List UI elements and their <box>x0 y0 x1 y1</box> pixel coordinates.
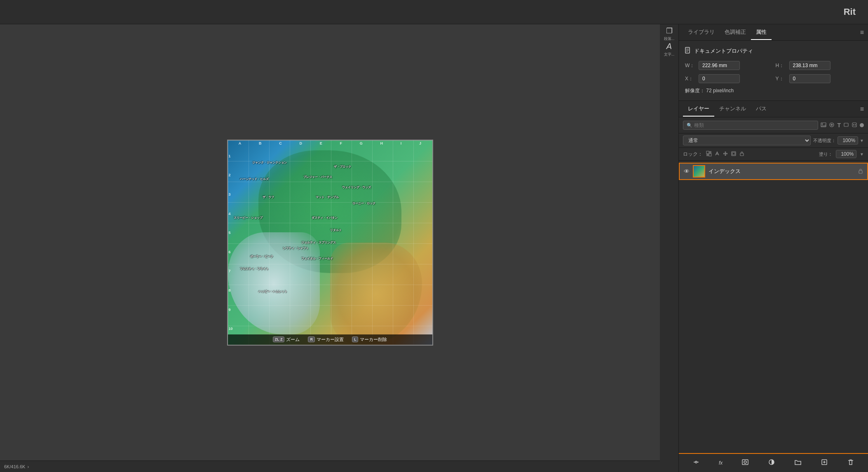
svg-rect-19 <box>859 171 862 173</box>
text-tool-button[interactable]: A 文字... <box>662 42 677 57</box>
filter-image-icon[interactable] <box>821 122 826 129</box>
filter-shape-icon[interactable] <box>843 122 849 129</box>
properties-tabs: ライブラリ 色調補正 属性 ≡ <box>679 24 868 41</box>
lock-paint-icon[interactable] <box>714 151 720 158</box>
location-junk-junction: ジャンク・ジャンクション <box>252 161 287 165</box>
layer-lock-row: ロック： <box>679 148 868 161</box>
marker-set-badge: R <box>308 336 315 342</box>
add-mask-button[interactable] <box>739 457 751 469</box>
svg-rect-22 <box>742 460 748 465</box>
location-retail-row: リタルト <box>330 228 342 232</box>
svg-rect-17 <box>732 152 735 155</box>
zoom-badge: ZL Z <box>273 336 285 342</box>
link-layers-button[interactable] <box>690 457 702 469</box>
filter-smart-icon[interactable] <box>852 122 857 129</box>
svg-point-23 <box>744 461 746 463</box>
layer-list[interactable]: 👁 インデックス <box>679 161 868 453</box>
marker-delete-badge: L <box>352 336 359 342</box>
search-icon: 🔍 <box>687 123 692 128</box>
x-label: X： <box>685 75 695 82</box>
lock-artboard-icon[interactable] <box>731 151 737 158</box>
tab-color-correction[interactable]: 色調補正 <box>720 25 751 40</box>
tab-properties[interactable]: 属性 <box>751 25 772 40</box>
opacity-value[interactable]: 100% <box>838 136 858 145</box>
svg-point-5 <box>822 123 823 124</box>
x-value[interactable]: 0 <box>699 74 740 83</box>
location-lonely-lodge: ローニー・ロック <box>352 201 375 206</box>
location-the-rough: ザ・ラフ <box>263 195 274 199</box>
width-label: W： <box>685 62 695 69</box>
paragraph-icon: ❐ <box>666 26 673 35</box>
location-frosty-flights: フロスティ・フライト <box>240 267 269 271</box>
lock-transparent-icon[interactable] <box>706 151 712 158</box>
properties-menu-icon[interactable]: ≡ <box>860 29 864 36</box>
layer-lock-icon <box>858 168 863 175</box>
layer-blend-row: 通常 不透明度： 100% ▼ <box>679 133 868 148</box>
location-wailing-woods: ウェイリング・ウッズ <box>342 185 371 189</box>
resolution-value: 72 pixel/inch <box>706 88 734 93</box>
canvas-viewport[interactable]: A B C D E F G H I J 1 2 <box>0 24 660 460</box>
height-value[interactable]: 238.13 mm <box>789 61 830 70</box>
map-container[interactable]: A B C D E F G H I J 1 2 <box>227 140 433 346</box>
filter-type-icon[interactable]: T <box>837 122 841 129</box>
layer-search-input[interactable] <box>694 122 814 128</box>
tab-library[interactable]: ライブラリ <box>683 25 720 40</box>
layer-filter-icons: T <box>821 122 864 129</box>
resolution-label: 解像度： <box>685 88 705 93</box>
opacity-arrow[interactable]: ▼ <box>860 138 864 143</box>
layer-filter: 🔍 T <box>679 117 868 133</box>
fill-arrow[interactable]: ▼ <box>860 152 864 157</box>
delete-layer-button[interactable] <box>845 457 857 469</box>
location-dusty-divot: ダスティ・イバタン <box>312 216 338 220</box>
layer-search[interactable]: 🔍 <box>683 121 818 130</box>
lock-all-icon[interactable] <box>739 151 745 158</box>
lock-move-icon[interactable] <box>723 151 728 158</box>
paragraph-tool-button[interactable]: ❐ 段落... <box>662 26 677 41</box>
map-bottom-bar: ZL Z ズーム R マーカー設置 L マーカー削除 <box>228 334 432 345</box>
status-arrow[interactable]: › <box>27 464 29 469</box>
x-row: X： 0 <box>685 74 772 83</box>
vertical-tool-strip: ❐ 段落... A 文字... <box>660 24 678 472</box>
new-group-button[interactable] <box>792 457 804 469</box>
y-label: Y： <box>776 75 786 82</box>
add-adjustment-button[interactable] <box>765 457 778 469</box>
fill-value[interactable]: 100% <box>836 150 856 158</box>
layers-menu-icon[interactable]: ≡ <box>860 105 864 113</box>
layer-name[interactable]: インデックス <box>708 168 855 175</box>
lock-icons <box>706 151 745 158</box>
filter-adjust-icon[interactable] <box>829 122 835 129</box>
tab-channels[interactable]: チャンネル <box>714 102 751 117</box>
width-row: W： 222.96 mm <box>685 61 772 70</box>
top-bar: Rit <box>0 0 868 24</box>
new-layer-button[interactable] <box>818 457 830 469</box>
location-shifty-shafts: シフティ・シャフト <box>283 246 309 250</box>
resolution-row: 解像度： 72 pixel/inch <box>685 87 862 94</box>
add-effects-button[interactable]: fx <box>716 459 725 467</box>
text-label: 文字... <box>664 52 675 57</box>
filter-dot <box>860 123 864 127</box>
tab-layers[interactable]: レイヤー <box>683 102 714 117</box>
location-fatal-fields: フェイタル・フィールド <box>301 257 333 261</box>
text-icon: A <box>666 42 672 51</box>
fill-label: 塗り： <box>819 151 833 157</box>
width-value[interactable]: 222.96 mm <box>699 61 740 70</box>
location-salty-springs: スリービー・ショップ <box>234 216 263 220</box>
main-layout: A B C D E F G H I J 1 2 <box>0 24 868 472</box>
blend-mode-select[interactable]: 通常 <box>683 136 811 145</box>
marker-delete-label: マーカー削除 <box>360 336 387 343</box>
document-properties: ドキュメントプロパティ W： 222.96 mm H： 238.13 mm X：… <box>679 41 868 101</box>
document-icon <box>685 47 691 55</box>
tab-paths[interactable]: パス <box>751 102 772 117</box>
y-value[interactable]: 0 <box>789 74 830 83</box>
svg-rect-12 <box>709 154 711 156</box>
app-title: Rit <box>844 7 856 17</box>
svg-rect-11 <box>706 151 709 154</box>
layer-item-index[interactable]: 👁 インデックス <box>679 163 868 180</box>
height-label: H： <box>776 62 786 69</box>
layer-visibility-icon[interactable]: 👁 <box>684 168 690 175</box>
location-the-block: ザ・ブロック <box>334 165 351 169</box>
marker-set-label: マーカー設置 <box>317 336 344 343</box>
layers-tabs: レイヤー チャンネル パス ≡ <box>679 101 868 117</box>
height-row: H： 238.13 mm <box>776 61 862 70</box>
lock-label: ロック： <box>683 151 703 158</box>
